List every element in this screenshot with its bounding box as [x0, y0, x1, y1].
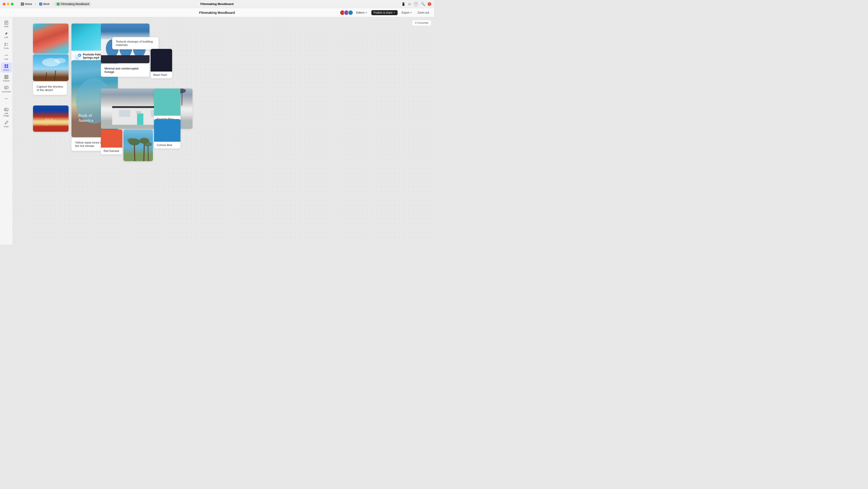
image-aloha-hotel[interactable]: Aloha Hotel — [33, 106, 68, 132]
curious-blue-swatch — [154, 119, 181, 142]
svg-line-60 — [134, 143, 135, 161]
svg-point-22 — [6, 98, 6, 99]
publish-button[interactable]: Publish & share ▼ — [371, 10, 398, 15]
titlebar: M Home / Work / Filmmaking Moodboard Fil… — [0, 0, 434, 8]
svg-rect-57 — [119, 110, 130, 117]
image-sky-palms[interactable] — [33, 54, 68, 81]
zoom-button[interactable]: Zoom out — [416, 10, 430, 15]
red-damask-swatch — [101, 130, 122, 148]
canvas[interactable]: 0 Unsorted Capture the dryness of the de… — [13, 17, 434, 244]
home-icon: M — [21, 2, 24, 6]
svg-line-65 — [148, 145, 148, 161]
svg-point-62 — [127, 138, 135, 143]
image-palm-blue-sky[interactable] — [123, 130, 153, 161]
svg-point-23 — [7, 98, 8, 99]
tab-work[interactable]: Work — [37, 2, 51, 6]
unsorted-button[interactable]: 0 Unsorted — [412, 20, 431, 26]
moodboard-tab-icon — [57, 2, 60, 6]
close-button[interactable] — [3, 3, 5, 5]
image-coral-building[interactable] — [33, 24, 68, 54]
tab-moodboard-label: Filmmaking Moodboard — [61, 2, 89, 6]
color-card-curious-blue[interactable]: Curious Blue — [154, 119, 181, 148]
notification-badge[interactable]: 2 — [428, 2, 431, 6]
app-title: Filmmaking Moodboard — [199, 11, 235, 15]
svg-rect-8 — [5, 45, 6, 46]
search-icon[interactable]: 🔍 — [421, 2, 425, 6]
text-card-minimal[interactable]: Minimal and uninterrupted footage — [101, 64, 150, 77]
sidebar-item-more[interactable]: ··· — [1, 95, 12, 105]
sidebar-item-board[interactable]: Board — [1, 62, 12, 73]
tab-work-label: Work — [43, 2, 50, 6]
svg-text:M: M — [22, 3, 23, 5]
svg-rect-15 — [4, 75, 5, 79]
draw-icon — [4, 120, 9, 125]
tab-home-label: Home — [25, 2, 32, 6]
svg-text:Hotel: Hotel — [43, 123, 49, 126]
black-pearl-swatch — [151, 49, 172, 71]
line-icon — [4, 53, 9, 58]
color-card-fountain-blue[interactable]: Fountain Blue — [154, 88, 181, 122]
sidebar-item-line[interactable]: Line — [1, 52, 12, 62]
note-icon — [4, 20, 9, 25]
tab-home[interactable]: M Home — [19, 2, 34, 6]
app-header: Filmmaking Moodboard Editors ▼ Publish &… — [0, 8, 434, 17]
svg-text:2244: 2244 — [136, 111, 141, 113]
avatar-group — [340, 10, 353, 16]
traffic-lights — [3, 3, 13, 5]
sidebar-item-todo[interactable]: To-do — [1, 41, 12, 51]
sidebar: Note Link To-do Line — [0, 17, 13, 244]
sidebar-item-add-image[interactable]: Add image — [1, 106, 12, 118]
board-icon — [4, 64, 9, 68]
svg-rect-6 — [5, 43, 6, 44]
svg-rect-18 — [4, 86, 8, 89]
text-card-desert[interactable]: Capture the dryness of the desert — [33, 82, 67, 95]
add-image-icon — [4, 107, 9, 112]
tab-moodboard[interactable]: Filmmaking Moodboard — [55, 2, 91, 6]
svg-rect-49 — [101, 55, 150, 63]
work-tab-icon — [39, 2, 42, 6]
column-icon — [4, 75, 9, 79]
help-icon[interactable]: ? — [414, 2, 418, 6]
svg-point-33 — [55, 58, 66, 63]
device-icon[interactable]: 📱 — [401, 2, 405, 6]
svg-line-34 — [45, 73, 46, 81]
svg-line-35 — [55, 70, 56, 81]
todo-icon — [4, 42, 9, 47]
svg-rect-11 — [4, 64, 6, 66]
svg-rect-16 — [6, 75, 7, 79]
minimize-button[interactable] — [7, 3, 9, 5]
editors-section: Editors ▼ — [340, 10, 368, 16]
color-card-black-pearl[interactable]: Black Pearl — [151, 49, 172, 78]
titlebar-right: 📱 21 ? 🔍 2 — [401, 2, 431, 6]
editors-button[interactable]: Editors ▼ — [354, 10, 368, 15]
sidebar-item-note[interactable]: Note — [1, 19, 12, 29]
svg-text:Bank of: Bank of — [78, 113, 92, 118]
sidebar-item-comment[interactable]: Comment — [1, 84, 12, 94]
svg-point-21 — [5, 98, 5, 99]
more-icon — [4, 96, 9, 101]
link-icon — [4, 31, 9, 36]
svg-rect-56 — [137, 113, 144, 125]
sidebar-item-draw[interactable]: Draw — [1, 119, 12, 129]
color-card-red-damask[interactable]: Red Damask — [101, 130, 122, 154]
svg-point-66 — [144, 142, 152, 146]
nav-tabs: M Home / Work / Filmmaking Moodboard — [19, 2, 91, 6]
svg-point-25 — [5, 109, 6, 110]
svg-rect-14 — [6, 66, 8, 68]
export-button[interactable]: Export ▼ — [400, 10, 414, 15]
svg-rect-24 — [4, 108, 8, 111]
sidebar-item-column[interactable]: Column — [1, 74, 12, 83]
svg-text:Aloha: Aloha — [44, 118, 56, 123]
svg-rect-13 — [4, 66, 6, 68]
sidebar-item-link[interactable]: Link — [1, 30, 12, 40]
main-layout: Note Link To-do Line — [0, 17, 434, 244]
fountain-blue-swatch — [154, 88, 181, 116]
notification-count: 21 — [408, 3, 411, 5]
palms-svg — [33, 54, 68, 81]
fullscreen-button[interactable] — [11, 3, 13, 5]
svg-rect-17 — [7, 75, 8, 79]
editors-chevron: ▼ — [365, 11, 367, 14]
export-chevron: ▼ — [410, 11, 412, 14]
aloha-svg: Aloha Hotel — [33, 106, 68, 132]
svg-text:America: America — [78, 118, 93, 123]
